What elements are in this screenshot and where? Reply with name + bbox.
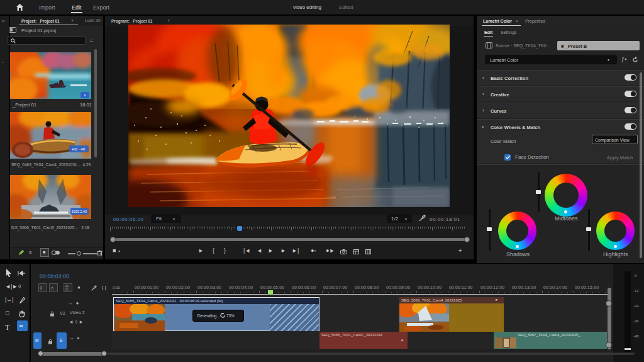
- svg-text:HD · 4K: HD · 4K: [72, 147, 85, 151]
- svg-text:λ: λ: [84, 93, 86, 97]
- svg-text:1920 2.40: 1920 2.40: [72, 210, 87, 213]
